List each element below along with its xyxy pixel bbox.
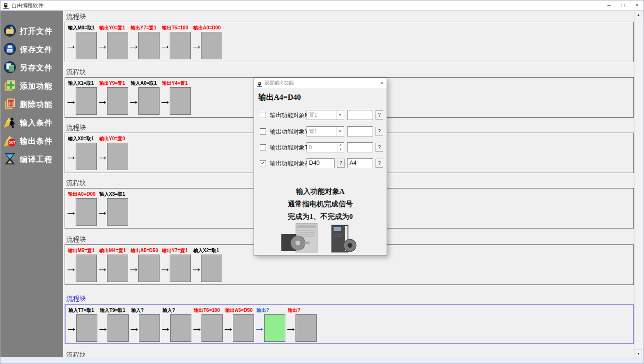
flow-step: →输出A0=D00 (191, 24, 223, 61)
flow-section-label: 流程块 (66, 179, 86, 188)
flow-step-block[interactable] (295, 314, 317, 342)
sidebar-item-save-file[interactable]: 保存文件 (3, 41, 61, 58)
flow-step: →输入X2=取1 (191, 246, 223, 284)
scroll-down-icon[interactable]: ▼ (635, 350, 642, 357)
flow-block-container[interactable]: →输入M0=取1→输出Y0=置1→输出Y7=置1→输出T5=100→输出A0=D… (65, 22, 634, 62)
flow-step-block[interactable] (170, 314, 191, 342)
flow-step: →输出Y9=置1 (97, 79, 129, 117)
sidebar-item-compile-project[interactable]: 编译工程 (3, 151, 61, 168)
flow-step-block[interactable] (76, 143, 97, 170)
flow-step-block[interactable] (76, 255, 97, 282)
flow-step-block[interactable] (107, 87, 128, 115)
sidebar-item-output-condition[interactable]: OUT输出条件 (3, 133, 61, 149)
help-button[interactable]: ? (337, 159, 345, 168)
sidebar-item-add-function[interactable]: 添加功能 (3, 78, 61, 94)
value-field[interactable]: D40 (307, 158, 335, 168)
checkbox[interactable] (260, 144, 266, 150)
sidebar-item-label: 删除功能 (20, 100, 53, 110)
flow-step-label: 输出T5=100 (162, 25, 188, 31)
flow-step-block[interactable] (170, 255, 191, 282)
dialog-row: 输出功能对象M置1▼? (254, 110, 387, 121)
extra-field[interactable] (347, 126, 373, 136)
flow-step-block[interactable] (201, 314, 223, 342)
maximize-button[interactable]: □ (621, 0, 625, 10)
flow-step-label: 输出A0=D00 (68, 191, 95, 198)
add-function-icon (3, 79, 16, 94)
flow-step-block[interactable] (201, 255, 222, 282)
flow-step-block[interactable] (107, 255, 128, 282)
extra-field[interactable]: A4 (347, 158, 373, 168)
sidebar: 打开文件保存文件另存文件添加功能删除功能输入条件OUT输出条件编译工程 (0, 11, 63, 357)
flow-step: →输出A0=D00 (66, 190, 97, 228)
flow-step: →输入X1=取1 (66, 79, 97, 117)
extra-field[interactable] (347, 110, 373, 120)
flow-step: →输入? (129, 306, 161, 344)
save-file-icon (3, 42, 16, 57)
scroll-up-icon[interactable]: ▲ (635, 11, 642, 18)
flow-step-block[interactable] (107, 143, 128, 170)
flow-step-block[interactable] (107, 314, 129, 342)
help-button[interactable]: ? (376, 110, 383, 120)
help-button[interactable]: ? (376, 127, 383, 136)
flow-block-container[interactable]: →输入T7=取1→输入T9=取1→输入?→输入?→输出T6=100→输出A5=D… (65, 304, 634, 344)
flow-step-label: 输入A0=取1 (131, 80, 157, 87)
flow-step: →输入T9=取1 (98, 306, 129, 344)
minimize-button[interactable]: – (607, 0, 611, 10)
dialog-info-line: 完成为1、不完成为0 (254, 210, 387, 223)
checkbox[interactable] (260, 112, 266, 118)
flow-step: →输入X3=取1 (97, 190, 129, 228)
flow-step-block[interactable] (107, 198, 128, 226)
flow-step: →输出A5=D50 (129, 246, 160, 284)
app-icon (3, 2, 9, 9)
value-spinner[interactable]: 0▲▼ (307, 142, 344, 152)
sidebar-item-input-condition[interactable]: 输入条件 (3, 115, 61, 131)
sidebar-item-label: 输出条件 (20, 136, 53, 147)
flow-step-block[interactable] (76, 198, 97, 226)
flow-step: →输出Y0=置0 (97, 135, 129, 172)
combo-arrow-icon[interactable]: ▼ (336, 127, 344, 136)
flow-step-label: 输入X2=取1 (193, 247, 219, 254)
spinner-down-icon[interactable]: ▼ (337, 148, 344, 152)
open-file-icon (3, 24, 16, 39)
close-button[interactable]: × (635, 0, 639, 10)
sidebar-item-open-file[interactable]: 打开文件 (3, 23, 61, 40)
checkbox[interactable] (260, 128, 266, 135)
sidebar-item-save-as[interactable]: 另存文件 (3, 60, 61, 76)
flow-step-block[interactable] (138, 255, 160, 282)
vertical-scrollbar[interactable]: ▲ ▼ (634, 11, 643, 357)
flow-section-label: 流程块 (66, 123, 86, 132)
flow-step-block[interactable] (107, 32, 128, 59)
flow-step-block[interactable] (233, 314, 254, 342)
dialog-close-icon[interactable]: × (380, 80, 384, 87)
dialog-info-line: 输入功能对象A (254, 185, 387, 198)
title-bar: 自由编程软件 – □ × (0, 0, 644, 11)
flow-section-label: 流程块 (66, 235, 86, 244)
flow-step-block[interactable] (76, 32, 97, 59)
value-combo[interactable]: 置1▼ (307, 110, 344, 120)
flow-step: →输出Y7=置1 (160, 246, 191, 284)
flow-step-block[interactable] (76, 87, 97, 115)
flow-step-block[interactable] (138, 32, 160, 59)
dialog-row-label: 输出功能对象M (270, 111, 309, 120)
sidebar-item-delete-function[interactable]: 删除功能 (3, 96, 61, 113)
flow-step: →输出M5=置1 (66, 246, 97, 284)
checkbox[interactable]: ✓ (260, 160, 266, 166)
flow-step-block[interactable] (201, 32, 222, 59)
flow-step-block[interactable] (139, 314, 160, 342)
dialog-row: 输出功能对象Y置1▼? (254, 126, 387, 137)
flow-step-block[interactable] (170, 32, 191, 59)
flow-step-block-active[interactable] (264, 314, 285, 342)
flow-step-block[interactable] (170, 87, 191, 115)
flow-step-block[interactable] (138, 87, 160, 115)
flow-step-label: 输出A0=D00 (193, 25, 221, 31)
value-combo[interactable]: 置1▼ (307, 126, 344, 136)
flow-step-label: 输出M4=置1 (99, 247, 126, 254)
spinner-up-icon[interactable]: ▲ (337, 143, 344, 148)
combo-arrow-icon[interactable]: ▼ (336, 110, 344, 120)
flow-step-block[interactable] (76, 314, 97, 342)
sidebar-item-label: 打开文件 (20, 27, 53, 37)
flow-step-label: 输出A5=D50 (131, 247, 158, 254)
help-button[interactable]: ? (376, 143, 383, 152)
extra-field[interactable] (347, 142, 373, 152)
help-button[interactable]: ? (376, 159, 383, 168)
